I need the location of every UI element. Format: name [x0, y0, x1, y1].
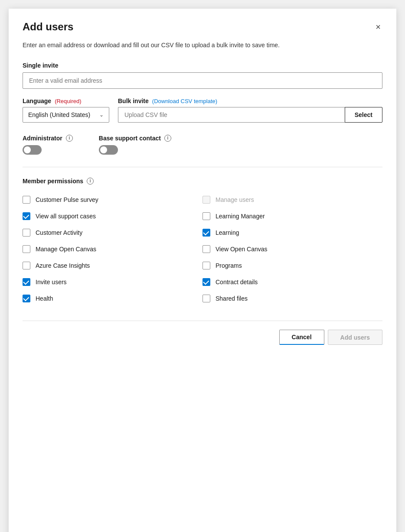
checkbox-customer-pulse[interactable]: [23, 196, 30, 204]
permissions-grid: Customer Pulse surveyManage usersView al…: [23, 191, 382, 307]
add-users-dialog: Add users × Enter an email address or do…: [9, 9, 396, 532]
language-label: Language: [23, 97, 51, 104]
dialog-header: Add users ×: [23, 21, 382, 33]
administrator-info-icon[interactable]: i: [66, 135, 73, 142]
checkbox-learning[interactable]: [202, 229, 210, 237]
bulk-invite-label: Bulk invite: [118, 97, 149, 104]
permissions-title: Member permissions: [23, 178, 83, 185]
permission-item-learning: Learning: [202, 224, 382, 241]
permission-label-customer-activity: Customer Activity: [36, 229, 82, 236]
permission-item-manage-open-canvas: Manage Open Canvas: [23, 241, 202, 257]
administrator-toggle[interactable]: [23, 145, 42, 155]
close-button[interactable]: ×: [374, 21, 382, 33]
checkbox-azure-case-insights[interactable]: [23, 262, 30, 269]
permission-label-customer-pulse: Customer Pulse survey: [36, 196, 98, 203]
add-users-button[interactable]: Add users: [328, 330, 382, 345]
checkbox-customer-activity[interactable]: [23, 229, 30, 237]
base-support-toggle-group: Base support contact i: [99, 135, 171, 155]
select-button[interactable]: Select: [345, 107, 382, 123]
language-dropdown[interactable]: English (United States) ⌄: [23, 107, 109, 123]
toggles-row: Administrator i Base support contact i: [23, 135, 382, 155]
permissions-info-icon[interactable]: i: [87, 178, 94, 185]
permission-item-contract-details: Contract details: [202, 274, 382, 290]
permission-label-manage-users: Manage users: [216, 196, 254, 203]
cancel-button[interactable]: Cancel: [279, 330, 324, 345]
permission-item-azure-case-insights: Azure Case Insights: [23, 257, 202, 274]
language-field-group: Language (Required) English (United Stat…: [23, 97, 109, 123]
base-support-toggle-knob: [100, 146, 107, 153]
chevron-down-icon: ⌄: [99, 112, 104, 118]
permission-label-invite-users: Invite users: [36, 279, 67, 285]
permission-label-health: Health: [36, 295, 53, 302]
permission-label-programs: Programs: [216, 262, 242, 269]
required-tag: (Required): [55, 98, 81, 104]
permission-item-shared-files: Shared files: [202, 290, 382, 307]
permission-label-view-support: View all support cases: [36, 213, 96, 220]
permission-item-learning-manager: Learning Manager: [202, 208, 382, 224]
permission-label-view-open-canvas: View Open Canvas: [216, 246, 268, 253]
upload-csv-input[interactable]: [118, 107, 345, 123]
permission-label-manage-open-canvas: Manage Open Canvas: [36, 246, 96, 253]
checkbox-invite-users[interactable]: [23, 278, 30, 286]
administrator-label-row: Administrator i: [23, 135, 73, 142]
base-support-info-icon[interactable]: i: [164, 135, 171, 142]
administrator-toggle-group: Administrator i: [23, 135, 73, 155]
bulk-label-row: Bulk invite (Download CSV template): [118, 97, 382, 104]
permission-item-programs: Programs: [202, 257, 382, 274]
permission-label-azure-case-insights: Azure Case Insights: [36, 262, 90, 269]
single-invite-label: Single invite: [23, 62, 382, 69]
language-value: English (United States): [28, 111, 90, 118]
checkbox-manage-open-canvas[interactable]: [23, 245, 30, 253]
permission-label-shared-files: Shared files: [216, 295, 248, 302]
permission-label-learning: Learning: [216, 229, 239, 236]
checkbox-contract-details[interactable]: [202, 278, 210, 286]
permission-item-customer-pulse: Customer Pulse survey: [23, 191, 202, 208]
bulk-invite-field-group: Bulk invite (Download CSV template) Sele…: [118, 97, 382, 123]
permissions-title-row: Member permissions i: [23, 178, 382, 185]
base-support-label: Base support contact: [99, 135, 161, 142]
administrator-label: Administrator: [23, 135, 62, 142]
dialog-title: Add users: [23, 21, 73, 33]
permission-item-health: Health: [23, 290, 202, 307]
base-support-toggle[interactable]: [99, 145, 118, 155]
checkbox-learning-manager[interactable]: [202, 212, 210, 220]
checkbox-shared-files[interactable]: [202, 295, 210, 302]
upload-row: Select: [118, 107, 382, 123]
email-input[interactable]: [23, 72, 382, 89]
permission-item-view-open-canvas: View Open Canvas: [202, 241, 382, 257]
permission-item-view-support: View all support cases: [23, 208, 202, 224]
language-label-row: Language (Required): [23, 97, 109, 104]
checkbox-view-support[interactable]: [23, 212, 30, 220]
permission-label-learning-manager: Learning Manager: [216, 213, 265, 220]
permission-item-invite-users: Invite users: [23, 274, 202, 290]
dialog-description: Enter an email address or download and f…: [23, 41, 382, 50]
administrator-toggle-knob: [24, 146, 31, 153]
checkbox-manage-users: [202, 196, 210, 204]
permission-item-customer-activity: Customer Activity: [23, 224, 202, 241]
member-permissions-section: Member permissions i Customer Pulse surv…: [23, 178, 382, 307]
permission-item-manage-users: Manage users: [202, 191, 382, 208]
language-bulk-row: Language (Required) English (United Stat…: [23, 97, 382, 123]
checkbox-programs[interactable]: [202, 262, 210, 269]
download-csv-link[interactable]: (Download CSV template): [152, 98, 217, 104]
dialog-footer: Cancel Add users: [23, 321, 382, 345]
base-support-label-row: Base support contact i: [99, 135, 171, 142]
checkbox-health[interactable]: [23, 295, 30, 302]
permission-label-contract-details: Contract details: [216, 279, 258, 285]
checkbox-view-open-canvas[interactable]: [202, 245, 210, 253]
divider: [23, 167, 382, 167]
